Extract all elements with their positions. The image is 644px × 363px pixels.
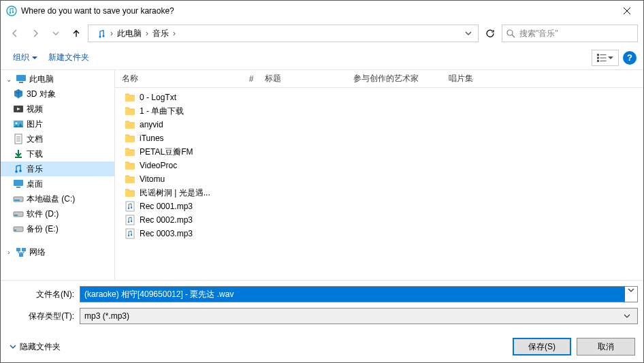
folder-icon — [125, 187, 135, 198]
svg-rect-6 — [597, 54, 599, 56]
filetype-dropdown[interactable] — [621, 313, 633, 319]
svg-rect-13 — [19, 82, 23, 83]
svg-point-3 — [99, 36, 101, 38]
sidebar-item-label: 视频 — [27, 104, 43, 115]
svg-point-18 — [15, 170, 18, 173]
column-title[interactable]: 标题 — [258, 73, 347, 84]
filename-input-wrap[interactable] — [80, 286, 638, 302]
desktop-icon — [13, 178, 24, 189]
column-name[interactable]: 名称 — [115, 73, 238, 84]
svg-point-5 — [507, 30, 513, 35]
chevron-down-icon[interactable]: ⌄ — [5, 76, 13, 83]
column-tracknum[interactable]: # — [238, 74, 258, 84]
svg-point-32 — [128, 208, 129, 209]
svg-point-38 — [128, 235, 129, 236]
view-button[interactable] — [592, 50, 619, 66]
list-item[interactable]: 0 - LogTxt — [115, 91, 643, 104]
folder-icon — [125, 174, 135, 185]
list-item[interactable]: PETAL豆瓣FM — [115, 145, 643, 159]
downloads-icon — [13, 148, 24, 159]
up-button[interactable] — [67, 25, 85, 42]
breadcrumb-music[interactable]: 音乐 — [148, 27, 173, 41]
folder-icon — [125, 119, 135, 130]
help-button[interactable]: ? — [623, 51, 637, 65]
new-folder-button[interactable]: 新建文件夹 — [43, 49, 95, 66]
sidebar: ⌄ 此电脑 3D 对象 视频 图片 文档 下载 音乐 桌面 本地磁盘 (C:) … — [1, 70, 115, 280]
list-item[interactable]: Rec 0003.mp3 — [115, 227, 643, 240]
drive-icon — [13, 223, 24, 234]
chevron-right-icon: › — [173, 29, 176, 38]
forward-button[interactable] — [27, 25, 44, 42]
svg-rect-12 — [16, 75, 26, 81]
sidebar-item-disk-d[interactable]: 软件 (D:) — [1, 206, 114, 221]
list-item[interactable]: 1 - 单曲下载 — [115, 104, 643, 118]
svg-point-35 — [128, 221, 129, 223]
chevron-down-icon — [9, 343, 17, 351]
sidebar-item-desktop[interactable]: 桌面 — [1, 176, 114, 191]
list-item[interactable]: Rec 0001.mp3 — [115, 200, 643, 213]
filetype-label: 保存类型(T): — [6, 311, 80, 322]
svg-rect-20 — [14, 180, 23, 186]
list-item[interactable]: VideoProc — [115, 159, 643, 172]
chevron-right-icon[interactable]: › — [5, 249, 13, 256]
hide-folders-button[interactable]: 隐藏文件夹 — [9, 341, 61, 353]
file-list[interactable]: 0 - LogTxt1 - 单曲下载anyvidiTunesPETAL豆瓣FMV… — [115, 88, 643, 280]
audio-file-icon — [125, 228, 135, 239]
sidebar-item-label: 软件 (D:) — [27, 208, 59, 220]
breadcrumb-root[interactable] — [93, 27, 110, 40]
filetype-select[interactable]: mp3 (*.mp3) — [80, 308, 638, 324]
column-artist[interactable]: 参与创作的艺术家 — [347, 73, 442, 84]
recent-dropdown[interactable] — [47, 25, 65, 42]
svg-point-19 — [19, 170, 22, 172]
sidebar-item-label: 网络 — [29, 247, 46, 258]
list-item[interactable]: Vitomu — [115, 172, 643, 186]
pictures-icon — [13, 119, 24, 129]
save-button[interactable]: 保存(S) — [513, 338, 571, 356]
back-button[interactable] — [6, 25, 24, 42]
refresh-button[interactable] — [481, 25, 499, 42]
svg-rect-37 — [126, 229, 134, 238]
sidebar-item-pictures[interactable]: 图片 — [1, 116, 114, 131]
svg-rect-7 — [597, 57, 599, 59]
column-headers[interactable]: 名称 # 标题 参与创作的艺术家 唱片集 — [115, 70, 643, 88]
svg-point-36 — [131, 221, 132, 222]
svg-rect-25 — [14, 215, 18, 216]
address-dropdown[interactable] — [459, 25, 478, 42]
breadcrumb-pc[interactable]: 此电脑 — [113, 27, 146, 41]
sidebar-item-label: 图片 — [27, 119, 43, 130]
app-icon — [6, 5, 17, 16]
monitor-icon — [16, 74, 27, 84]
sidebar-item-documents[interactable]: 文档 — [1, 131, 114, 146]
cancel-button[interactable]: 取消 — [577, 338, 635, 356]
sidebar-item-label: 备份 (E:) — [27, 223, 59, 235]
sidebar-item-this-pc[interactable]: ⌄ 此电脑 — [1, 72, 114, 86]
search-input[interactable]: 搜索"音乐" — [502, 25, 638, 42]
sidebar-item-network[interactable]: › 网络 — [1, 244, 114, 259]
close-button[interactable] — [613, 1, 641, 21]
sidebar-item-downloads[interactable]: 下载 — [1, 146, 114, 161]
address-bar[interactable]: › 此电脑 › 音乐 › — [88, 25, 479, 42]
svg-rect-21 — [16, 187, 20, 188]
list-item[interactable]: 民谣树洞 | 光是遇... — [115, 186, 643, 200]
sidebar-item-label: 此电脑 — [29, 74, 54, 85]
sidebar-item-videos[interactable]: 视频 — [1, 101, 114, 116]
list-item[interactable]: iTunes — [115, 131, 643, 145]
file-name: Rec 0002.mp3 — [140, 215, 193, 225]
filename-dropdown[interactable] — [625, 287, 637, 302]
sidebar-item-label: 下载 — [27, 148, 43, 160]
drive-icon — [13, 208, 24, 219]
list-item[interactable]: Rec 0002.mp3 — [115, 213, 643, 227]
sidebar-item-music[interactable]: 音乐 — [1, 161, 114, 176]
svg-rect-31 — [126, 202, 134, 211]
filename-input[interactable] — [80, 287, 625, 302]
filetype-value: mp3 (*.mp3) — [84, 311, 621, 321]
folder-icon — [125, 146, 135, 157]
sidebar-item-3d-objects[interactable]: 3D 对象 — [1, 86, 114, 101]
svg-point-39 — [131, 234, 132, 236]
organize-menu[interactable]: 组织 — [7, 49, 43, 66]
sidebar-item-disk-c[interactable]: 本地磁盘 (C:) — [1, 191, 114, 206]
list-item[interactable]: anyvid — [115, 118, 643, 131]
file-name: 1 - 单曲下载 — [140, 106, 184, 117]
sidebar-item-disk-e[interactable]: 备份 (E:) — [1, 221, 114, 236]
column-album[interactable]: 唱片集 — [442, 73, 510, 84]
